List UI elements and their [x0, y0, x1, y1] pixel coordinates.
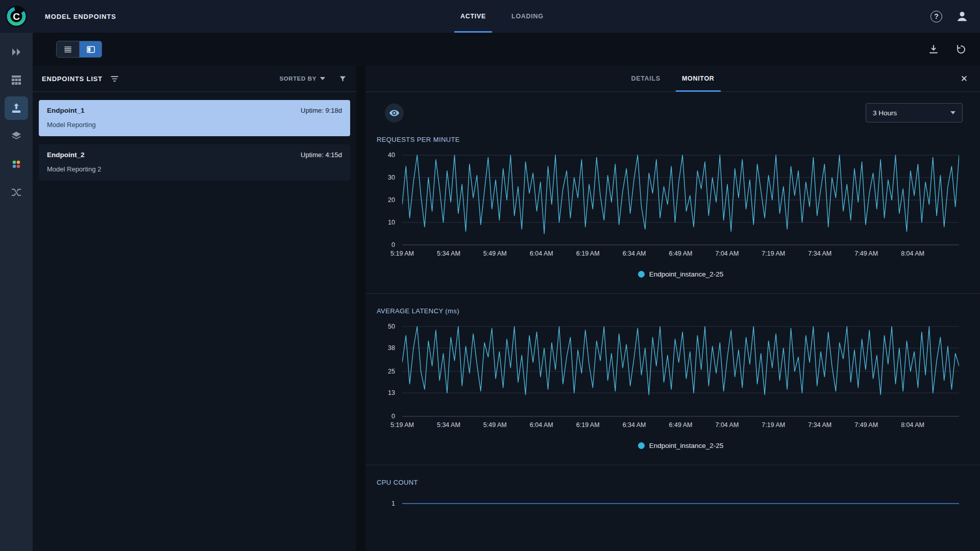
sidebar-item-pipelines[interactable] [5, 181, 28, 204]
sorted-by-label: SORTED BY [280, 76, 317, 82]
toolbar-actions [927, 43, 968, 56]
line-plot [402, 155, 959, 245]
download-icon[interactable] [927, 43, 940, 56]
visibility-button[interactable] [385, 104, 404, 122]
line-plot [402, 497, 959, 551]
sidebar-item-model-endpoints[interactable] [5, 96, 28, 120]
sidebar-item-experiments[interactable] [5, 124, 28, 148]
person-icon [955, 10, 969, 23]
help-icon[interactable]: ? [930, 11, 942, 22]
apps-icon [10, 158, 22, 170]
table-view-icon [63, 44, 73, 55]
topbar-tabs: ACTIVE LOADING [454, 0, 550, 33]
x-axis-labels: 5:19 AM5:34 AM5:49 AM6:04 AM6:19 AM6:34 … [402, 421, 980, 431]
legend-dot [638, 442, 645, 449]
sidebar-item-jobs[interactable] [5, 68, 28, 92]
y-axis-labels: 1 [377, 497, 399, 551]
x-axis-labels: 5:19 AM5:34 AM5:49 AM6:04 AM6:19 AM6:34 … [402, 250, 980, 259]
model-endpoint-icon [10, 102, 22, 114]
filter-icon[interactable] [338, 74, 347, 83]
history-icon[interactable] [954, 43, 968, 56]
endpoint-description: Model Reporting 2 [47, 165, 342, 173]
endpoint-uptime: Uptime: 4:15d [301, 151, 342, 159]
topbar-actions: ? [930, 10, 969, 23]
sidebar-item-sessions[interactable] [5, 40, 28, 64]
chart-cpu-count: CPU COUNT 1 [365, 465, 980, 551]
eye-icon [389, 108, 400, 118]
chart-average-latency: AVERAGE LATENCY (ms) 013253850 5:19 AM5:… [365, 293, 980, 465]
chart-legend: Endpoint_instance_2-25 [402, 442, 959, 449]
endpoint-list-item[interactable]: Endpoint_2 Uptime: 4:15d Model Reporting… [39, 144, 350, 181]
chart-requests-per-minute: REQUESTS PER MINUTE 010203040 5:19 AM5:3… [365, 122, 980, 293]
chart-title: REQUESTS PER MINUTE [377, 136, 980, 143]
page-title: MODEL ENDPOINTS [45, 13, 116, 20]
y-axis-labels: 010203040 [377, 155, 399, 245]
tab-details[interactable]: DETAILS [625, 66, 666, 91]
logo-icon: C [5, 5, 28, 28]
time-range-value: 3 Hours [873, 109, 897, 117]
monitor-panel: DETAILS MONITOR ✕ 3 Hours REQUESTS PER M… [365, 66, 980, 551]
double-chevron-icon [10, 46, 22, 58]
line-plot [402, 326, 959, 417]
endpoint-uptime: Uptime: 9:18d [301, 107, 342, 114]
sort-icon[interactable] [110, 74, 119, 84]
sidebar-item-applications[interactable] [5, 153, 28, 176]
y-axis-labels: 013253850 [377, 326, 399, 417]
split-view-icon [86, 44, 96, 55]
endpoint-name: Endpoint_1 [47, 107, 85, 114]
tab-active[interactable]: ACTIVE [454, 0, 492, 33]
layers-icon [10, 130, 22, 142]
monitor-panel-header: DETAILS MONITOR ✕ [365, 66, 980, 92]
chart-legend: Endpoint_instance_2-25 [402, 270, 959, 278]
tab-loading[interactable]: LOADING [505, 0, 550, 33]
monitor-controls: 3 Hours [385, 103, 963, 122]
user-avatar[interactable] [955, 10, 969, 23]
endpoints-list: Endpoint_1 Uptime: 9:18d Model Reporting… [33, 92, 356, 197]
endpoint-name: Endpoint_2 [47, 151, 85, 159]
table-view-button[interactable] [57, 41, 79, 57]
legend-dot [638, 271, 645, 278]
legend-label: Endpoint_instance_2-25 [649, 442, 724, 449]
toolbar [33, 33, 980, 66]
svg-text:C: C [13, 11, 20, 22]
tab-monitor[interactable]: MONITOR [676, 66, 721, 91]
endpoint-list-item[interactable]: Endpoint_1 Uptime: 9:18d Model Reporting [39, 100, 350, 136]
chevron-down-icon [950, 111, 955, 114]
endpoint-description: Model Reporting [47, 121, 342, 129]
flow-icon [10, 186, 22, 198]
sidebar [0, 33, 33, 551]
topbar: C MODEL ENDPOINTS ACTIVE LOADING ? [0, 0, 980, 33]
endpoints-panel: ENDPOINTS LIST SORTED BY Endpoint_1 Upti… [33, 66, 356, 551]
endpoints-panel-header: ENDPOINTS LIST SORTED BY [33, 66, 356, 92]
time-range-select[interactable]: 3 Hours [866, 103, 963, 122]
chart-title: CPU COUNT [377, 479, 980, 486]
chart-title: AVERAGE LATENCY (ms) [377, 307, 980, 315]
close-icon[interactable]: ✕ [958, 66, 971, 91]
endpoints-list-title: ENDPOINTS LIST [42, 75, 103, 83]
app-logo[interactable]: C [0, 5, 33, 28]
split-view-button[interactable] [79, 41, 102, 57]
sorted-by-dropdown[interactable]: SORTED BY [280, 76, 326, 82]
legend-label: Endpoint_instance_2-25 [649, 270, 724, 278]
view-toggle [56, 41, 102, 58]
grid-table-icon [10, 74, 22, 86]
chevron-down-icon [320, 77, 325, 80]
